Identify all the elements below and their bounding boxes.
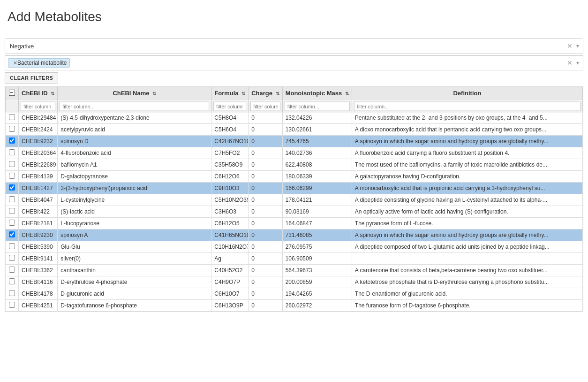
filter-chebi-id-cell <box>19 100 58 113</box>
row-definition: The furanose form of D-tagatose 6-phosph… <box>352 300 582 312</box>
row-chebi-name: spinosyn D <box>58 136 211 147</box>
bacterial-metabolite-tag: ✕ Bacterial metabolite <box>8 58 70 68</box>
table-row: CHEBI:22689bafilomycin A1C35H58O90622.40… <box>6 159 583 171</box>
row-charge: 0 <box>249 136 282 147</box>
mass-sort-icon: ⇅ <box>345 91 349 96</box>
header-formula[interactable]: Formula ⇅ <box>211 87 249 99</box>
tag-filter-chevron[interactable]: ▾ <box>574 60 581 66</box>
row-chebi-id: CHEBI:3362 <box>19 265 58 276</box>
row-mass: 745.4765 <box>282 136 352 147</box>
row-formula: C42H67NO10 <box>211 136 249 147</box>
table-filter-row <box>6 99 583 112</box>
row-checkbox[interactable] <box>9 267 15 273</box>
clear-filters-button[interactable]: CLEAR FILTERS <box>5 72 58 84</box>
row-checkbox[interactable] <box>9 126 15 132</box>
row-charge: 0 <box>249 265 282 276</box>
tag-filter-close[interactable]: ✕ <box>565 59 574 67</box>
row-charge: 0 <box>249 288 282 300</box>
row-mass: 166.06299 <box>282 183 352 194</box>
row-mass: 564.39673 <box>282 265 352 276</box>
header-charge[interactable]: Charge ⇅ <box>249 87 282 99</box>
header-definition: Definition <box>352 87 582 99</box>
chebi-id-sort-icon: ⇅ <box>51 91 54 96</box>
row-mass: 731.46085 <box>282 229 352 241</box>
row-chebi-id: CHEBI:2181 <box>19 218 58 229</box>
row-chebi-id: CHEBI:4178 <box>19 288 58 300</box>
table-row: CHEBI:4047L-cysteinylglycineC5H10N2O3S01… <box>6 194 583 206</box>
row-mass: 178.04121 <box>282 194 352 206</box>
row-checkbox[interactable] <box>9 149 15 155</box>
row-checkbox[interactable] <box>9 231 15 237</box>
row-checkbox[interactable] <box>9 278 15 284</box>
charge-filter-close[interactable]: ✕ <box>565 42 574 50</box>
row-checkbox[interactable] <box>9 243 15 249</box>
row-checkbox-cell <box>6 147 19 159</box>
row-formula: C4H9O7P <box>211 276 249 288</box>
row-checkbox[interactable] <box>9 161 15 167</box>
row-definition: Pentane substituted at the 2- and 3-posi… <box>352 112 582 124</box>
table-row: CHEBI:4116D-erythrulose 4-phosphateC4H9O… <box>6 276 583 288</box>
filter-formula-input[interactable] <box>213 102 246 111</box>
row-charge: 0 <box>249 147 282 159</box>
row-chebi-name: silver(0) <box>58 253 211 265</box>
charge-filter-chevron[interactable]: ▾ <box>574 43 581 49</box>
row-chebi-name: L-cysteinylglycine <box>58 194 211 206</box>
row-definition: A spinosyn in which the sugar amino and … <box>352 136 582 147</box>
row-mass: 106.90509 <box>282 253 352 265</box>
row-checkbox[interactable] <box>9 114 15 120</box>
row-formula: C6H12O6 <box>211 171 249 183</box>
row-mass: 276.09575 <box>282 241 352 253</box>
row-checkbox[interactable] <box>9 290 15 296</box>
row-chebi-id: CHEBI:1427 <box>19 183 58 194</box>
row-chebi-id: CHEBI:2424 <box>19 124 58 136</box>
row-definition: A fluorobenzoic acid carrying a fluoro s… <box>352 147 582 159</box>
page-title: Add Metabolites <box>0 0 588 38</box>
row-charge: 0 <box>249 276 282 288</box>
filter-chebi-id-input[interactable] <box>21 102 55 111</box>
tag-label: Bacterial metabolite <box>17 60 67 66</box>
row-checkbox[interactable] <box>9 173 15 179</box>
row-charge: 0 <box>249 241 282 253</box>
row-checkbox[interactable] <box>9 138 15 144</box>
row-checkbox[interactable] <box>9 184 15 191</box>
table-row: CHEBI:9230spinosyn AC41H65NO100731.46085… <box>6 229 583 241</box>
row-checkbox-cell <box>6 229 19 241</box>
row-definition: A carotenone that consists of beta,beta-… <box>352 265 582 276</box>
table-row: CHEBI:29484(S)-4,5-dihydroxypentane-2,3-… <box>6 112 583 124</box>
row-formula: C5H10N2O3S <box>211 194 249 206</box>
row-chebi-id: CHEBI:4251 <box>19 300 58 312</box>
table-row: CHEBI:4178D-glucuronic acidC6H10O70194.0… <box>6 288 583 300</box>
row-checkbox-cell <box>6 218 19 229</box>
filter-charge-input[interactable] <box>250 102 280 111</box>
row-chebi-id: CHEBI:4047 <box>19 194 58 206</box>
filter-definition-input[interactable] <box>354 102 580 111</box>
row-chebi-name: D-galactopyranose <box>58 171 211 183</box>
row-mass: 140.02736 <box>282 147 352 159</box>
row-checkbox-cell <box>6 171 19 183</box>
row-definition: A galactopyranose having D-configuration… <box>352 171 582 183</box>
row-checkbox[interactable] <box>9 255 15 261</box>
row-chebi-id: CHEBI:20364 <box>19 147 58 159</box>
row-checkbox-cell <box>6 288 19 300</box>
row-charge: 0 <box>249 206 282 218</box>
row-checkbox[interactable] <box>9 196 15 202</box>
row-definition: The most used of the bafilomycins, a fam… <box>352 159 582 171</box>
row-checkbox[interactable] <box>9 208 15 214</box>
row-checkbox[interactable] <box>9 220 15 226</box>
row-checkbox[interactable] <box>9 302 15 308</box>
row-charge: 0 <box>249 300 282 312</box>
select-all-minus[interactable] <box>9 90 15 96</box>
header-chebi-id[interactable]: ChEBI ID ⇅ <box>19 87 58 99</box>
row-mass: 132.04226 <box>282 112 352 124</box>
row-formula: C40H52O2 <box>211 265 249 276</box>
filter-chebi-name-input[interactable] <box>60 102 209 111</box>
row-chebi-name: spinosyn A <box>58 229 211 241</box>
header-chebi-name[interactable]: ChEBI Name ⇅ <box>58 87 211 99</box>
metabolites-table-container: ChEBI ID ⇅ ChEBI Name ⇅ Formula ⇅ Charge… <box>5 86 583 312</box>
tag-close-icon[interactable]: ✕ <box>13 60 17 66</box>
header-monoisotopic-mass[interactable]: Monoisotopic Mass ⇅ <box>282 87 352 99</box>
row-charge: 0 <box>249 159 282 171</box>
row-formula: C5H8O4 <box>211 112 249 124</box>
filter-mass-input[interactable] <box>285 102 350 111</box>
table-row: CHEBI:2181L-fucopyranoseC6H12O50164.0684… <box>6 218 583 229</box>
